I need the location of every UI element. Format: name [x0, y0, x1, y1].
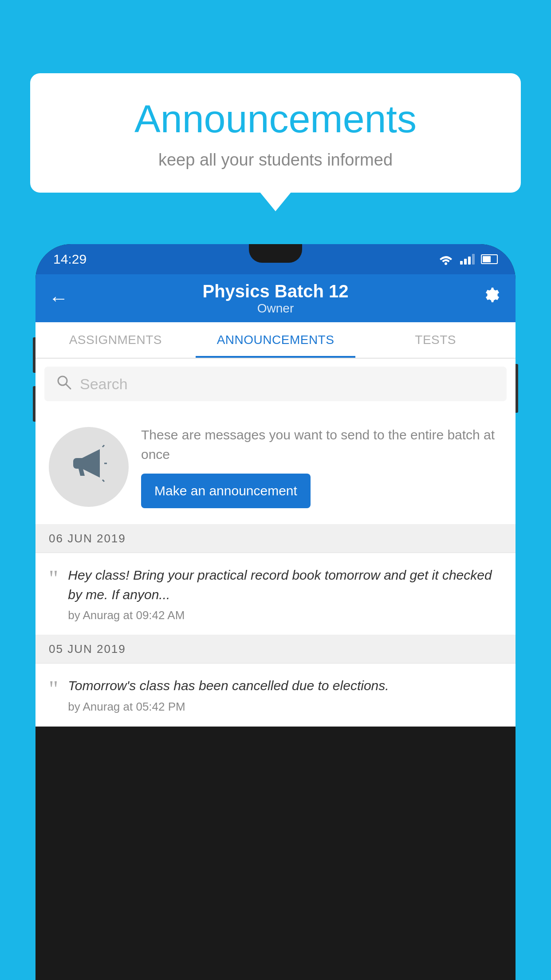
- search-bar[interactable]: Search: [44, 367, 507, 401]
- announcement-text-2: Tomorrow's class has been cancelled due …: [68, 676, 502, 695]
- battery-icon: [481, 254, 498, 264]
- search-icon: [56, 374, 72, 394]
- settings-button[interactable]: [471, 286, 502, 310]
- speech-bubble: Announcements keep all your students inf…: [30, 73, 521, 193]
- content-area: Search These are messages you want to se…: [35, 359, 516, 727]
- app-bar: ← Physics Batch 12 Owner: [35, 274, 516, 322]
- phone-frame: 14:29 ← Physics Batch 12 Owner: [35, 244, 516, 980]
- make-announcement-button[interactable]: Make an announcement: [141, 474, 311, 508]
- back-button[interactable]: ←: [49, 287, 80, 309]
- empty-state-right: These are messages you want to send to t…: [141, 425, 502, 508]
- bubble-title: Announcements: [57, 96, 494, 142]
- quote-icon-1: ": [49, 567, 58, 590]
- announcement-item-2[interactable]: " Tomorrow's class has been cancelled du…: [35, 664, 516, 727]
- empty-state: These are messages you want to send to t…: [35, 409, 516, 525]
- status-time: 14:29: [53, 252, 87, 267]
- wifi-icon: [438, 253, 454, 265]
- app-bar-title: Physics Batch 12: [80, 281, 471, 301]
- notch: [249, 244, 302, 263]
- announcement-content-1: Hey class! Bring your practical record b…: [68, 565, 502, 622]
- search-placeholder: Search: [80, 375, 128, 393]
- bubble-subtitle: keep all your students informed: [57, 150, 494, 170]
- megaphone-icon: [69, 443, 109, 491]
- status-icons: [438, 253, 498, 265]
- tabs-bar: ASSIGNMENTS ANNOUNCEMENTS TESTS: [35, 322, 516, 359]
- empty-state-description: These are messages you want to send to t…: [141, 425, 502, 464]
- quote-icon-2: ": [49, 678, 58, 701]
- svg-line-2: [102, 445, 104, 447]
- date-divider-1: 06 JUN 2019: [35, 525, 516, 553]
- app-bar-title-group: Physics Batch 12 Owner: [80, 281, 471, 316]
- announcement-text-1: Hey class! Bring your practical record b…: [68, 565, 502, 604]
- megaphone-circle: [49, 427, 129, 507]
- announcement-meta-1: by Anurag at 09:42 AM: [68, 609, 502, 622]
- announcement-content-2: Tomorrow's class has been cancelled due …: [68, 676, 502, 714]
- speech-bubble-section: Announcements keep all your students inf…: [30, 73, 521, 193]
- date-divider-2: 05 JUN 2019: [35, 635, 516, 664]
- signal-icon: [460, 254, 475, 265]
- announcement-item-1[interactable]: " Hey class! Bring your practical record…: [35, 553, 516, 635]
- tab-assignments[interactable]: ASSIGNMENTS: [35, 322, 196, 358]
- app-bar-subtitle: Owner: [80, 301, 471, 316]
- status-bar: 14:29: [35, 244, 516, 274]
- svg-line-1: [66, 384, 71, 389]
- announcement-meta-2: by Anurag at 05:42 PM: [68, 700, 502, 714]
- tab-announcements[interactable]: ANNOUNCEMENTS: [196, 322, 356, 358]
- tab-tests[interactable]: TESTS: [355, 322, 516, 358]
- svg-line-4: [102, 480, 104, 482]
